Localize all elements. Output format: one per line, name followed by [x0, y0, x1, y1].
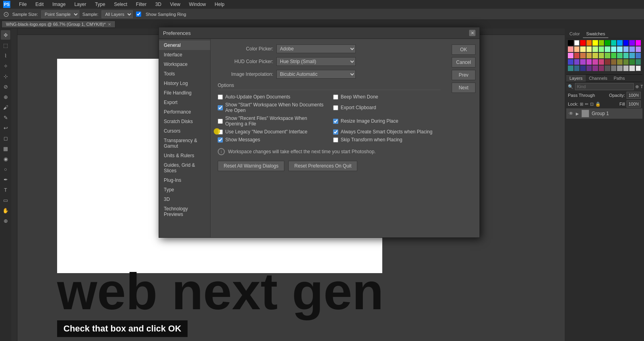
- swatch-5-9[interactable]: [617, 66, 623, 71]
- zoom-tool[interactable]: ⊕: [1, 216, 10, 225]
- layers-search-input[interactable]: [575, 83, 634, 90]
- swatch-2-6[interactable]: [599, 46, 604, 52]
- swatch-4-5[interactable]: [592, 59, 598, 65]
- menu-file[interactable]: File: [17, 1, 28, 8]
- swatch-2-3[interactable]: [580, 46, 586, 52]
- swatch-5-1[interactable]: [568, 66, 573, 71]
- layer-visibility-icon[interactable]: 👁: [569, 111, 573, 116]
- image-interpolation-select[interactable]: Bicubic Automatic: [276, 70, 356, 79]
- menu-layer[interactable]: Layer: [73, 1, 88, 8]
- tab-paths[interactable]: Paths: [611, 75, 628, 82]
- swatch-black[interactable]: [568, 40, 573, 46]
- option-resize-image-checkbox[interactable]: [333, 119, 338, 124]
- doc-tab-close[interactable]: ✕: [108, 22, 111, 27]
- brush-tool[interactable]: 🖌: [1, 102, 10, 112]
- wand-tool[interactable]: ✧: [1, 61, 10, 71]
- swatch-3-6[interactable]: [599, 53, 604, 58]
- gradient-tool[interactable]: ▦: [1, 144, 10, 153]
- prefs-nav-file-handling[interactable]: File Handling: [159, 88, 210, 98]
- ok-button[interactable]: OK: [452, 44, 475, 55]
- eyedropper-tool[interactable]: ⊘: [1, 82, 10, 91]
- swatch-purple[interactable]: [629, 40, 635, 46]
- lasso-tool[interactable]: ⌇: [1, 51, 10, 60]
- swatch-darkblue[interactable]: [623, 40, 629, 46]
- menu-image[interactable]: Image: [51, 1, 67, 8]
- clone-tool[interactable]: ✎: [1, 113, 10, 122]
- swatch-5-3[interactable]: [580, 66, 586, 71]
- menu-type[interactable]: Type: [93, 1, 107, 8]
- swatch-5-2[interactable]: [574, 66, 580, 71]
- prefs-nav-scratch-disks[interactable]: Scratch Disks: [159, 117, 210, 126]
- hud-color-picker-select[interactable]: Hue Strip (Small): [276, 57, 356, 66]
- color-picker-select[interactable]: Adobe: [276, 44, 356, 53]
- swatch-3-1[interactable]: [568, 53, 573, 58]
- swatch-2-9[interactable]: [617, 46, 623, 52]
- prefs-nav-type[interactable]: Type: [159, 185, 210, 195]
- swatch-3-9[interactable]: [617, 53, 623, 58]
- text-tool[interactable]: T: [1, 185, 10, 195]
- swatch-5-6[interactable]: [599, 66, 604, 71]
- swatch-2-8[interactable]: [611, 46, 617, 52]
- swatch-3-12[interactable]: [636, 53, 641, 58]
- swatch-3-11[interactable]: [629, 53, 635, 58]
- sample-select[interactable]: All Layers: [102, 10, 133, 18]
- option-export-clipboard-checkbox[interactable]: [333, 105, 338, 110]
- option-smart-objects-checkbox[interactable]: [333, 129, 338, 135]
- option-skip-transform-checkbox[interactable]: [333, 137, 338, 143]
- swatch-4-12[interactable]: [636, 59, 641, 65]
- prefs-nav-tech-previews[interactable]: Technology Previews: [159, 204, 210, 219]
- preferences-close-button[interactable]: ✕: [469, 30, 475, 36]
- menu-window[interactable]: Window: [188, 1, 208, 8]
- swatch-white[interactable]: [574, 40, 580, 46]
- swatch-orange[interactable]: [586, 40, 592, 46]
- prefs-nav-tools[interactable]: Tools: [159, 69, 210, 79]
- swatch-5-11[interactable]: [629, 66, 635, 71]
- swatch-3-4[interactable]: [586, 53, 592, 58]
- prefs-nav-units-rulers[interactable]: Units & Rulers: [159, 151, 210, 160]
- swatch-4-2[interactable]: [574, 59, 580, 65]
- swatch-3-7[interactable]: [605, 53, 610, 58]
- prefs-nav-cursors[interactable]: Cursors: [159, 126, 210, 136]
- option-start-workspace-checkbox[interactable]: [218, 105, 223, 110]
- swatch-4-4[interactable]: [586, 59, 592, 65]
- swatch-2-4[interactable]: [586, 46, 592, 52]
- prefs-nav-guides[interactable]: Guides, Grid & Slices: [159, 160, 210, 175]
- swatch-3-2[interactable]: [574, 53, 580, 58]
- history-tool[interactable]: ↩: [1, 123, 10, 133]
- swatch-5-8[interactable]: [611, 66, 617, 71]
- crop-tool[interactable]: ⊹: [1, 71, 10, 81]
- lock-all-icon[interactable]: 🔒: [595, 102, 601, 107]
- selection-tool[interactable]: ⬚: [1, 40, 10, 50]
- lock-artboard-icon[interactable]: ⊡: [590, 102, 594, 107]
- shape-tool[interactable]: ▭: [1, 195, 10, 205]
- reset-dialogs-button[interactable]: Reset All Warning Dialogs: [218, 161, 284, 171]
- option-legacy-interface-checkbox[interactable]: [218, 129, 223, 135]
- prefs-nav-plugins[interactable]: Plug-Ins: [159, 175, 210, 185]
- swatch-5-5[interactable]: [592, 66, 598, 71]
- swatch-3-5[interactable]: [592, 53, 598, 58]
- tab-channels[interactable]: Channels: [586, 75, 610, 82]
- prefs-nav-general[interactable]: General: [159, 40, 210, 50]
- prefs-nav-transparency[interactable]: Transparency & Gamut: [159, 136, 210, 151]
- pen-tool[interactable]: ✒: [1, 175, 10, 184]
- swatch-5-12[interactable]: [636, 66, 641, 71]
- option-auto-update-checkbox[interactable]: [218, 94, 223, 100]
- tab-swatches[interactable]: Swatches: [583, 30, 608, 38]
- swatch-2-5[interactable]: [592, 46, 598, 52]
- swatch-2-1[interactable]: [568, 46, 573, 52]
- swatch-4-6[interactable]: [599, 59, 604, 65]
- swatch-4-8[interactable]: [611, 59, 617, 65]
- swatch-2-2[interactable]: [574, 46, 580, 52]
- swatch-lime[interactable]: [599, 40, 604, 46]
- swatch-4-7[interactable]: [605, 59, 610, 65]
- swatch-blue[interactable]: [617, 40, 623, 46]
- swatch-3-8[interactable]: [611, 53, 617, 58]
- swatch-green[interactable]: [605, 40, 610, 46]
- sampling-ring-checkbox[interactable]: [136, 12, 141, 17]
- swatch-4-10[interactable]: [623, 59, 629, 65]
- option-recent-files-checkbox[interactable]: [218, 119, 223, 124]
- fill-input[interactable]: [627, 100, 641, 108]
- swatch-5-7[interactable]: [605, 66, 610, 71]
- menu-view[interactable]: View: [169, 1, 182, 8]
- sample-size-select[interactable]: Point Sample: [41, 10, 79, 18]
